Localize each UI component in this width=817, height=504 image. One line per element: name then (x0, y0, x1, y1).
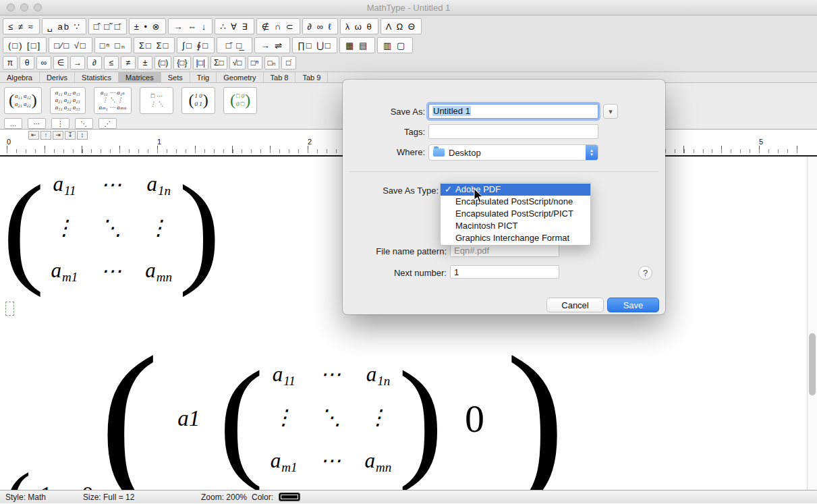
symbol-palette-button[interactable]: λ ω θ (340, 18, 378, 34)
scrollbar-thumb[interactable] (809, 333, 816, 395)
small-bar-button[interactable]: (□) (154, 56, 171, 69)
matrix-cell[interactable]: a11 (53, 172, 76, 198)
palette-tab[interactable]: Statistics (75, 72, 119, 82)
matrix-cell[interactable]: ⋮ (273, 405, 295, 432)
template-palette-button[interactable]: → ⇌ (254, 37, 290, 53)
where-popup[interactable]: Desktop ▲ ▼ (428, 144, 598, 161)
small-bar-button[interactable]: → (70, 56, 85, 69)
symbol-palette-button[interactable]: ∉ ∩ ⊂ (256, 18, 300, 34)
matrix-cell[interactable]: ⋯ (320, 362, 342, 389)
matrix-cell[interactable]: ⋯ (101, 258, 122, 285)
symbol-palette-button[interactable]: ≤ ≠ ≈ (3, 18, 40, 34)
close-button[interactable] (7, 3, 15, 11)
color-swatch[interactable] (279, 493, 300, 501)
small-bar-button[interactable]: √□ (229, 56, 246, 69)
palette-tab[interactable]: Tab 9 (295, 72, 328, 82)
menu-item[interactable]: Graphics Interchange Format (441, 232, 590, 244)
file-name-pattern-field[interactable]: Eqn#.pdf (450, 244, 559, 257)
matrix-cell[interactable]: ⋮ (148, 215, 169, 242)
template-palette-button[interactable]: □̄ □̲ (217, 37, 252, 53)
vertical-scrollbar[interactable] (807, 157, 817, 490)
matrix-cell[interactable]: ⋮ (53, 215, 75, 242)
matrix-cell[interactable]: amn (145, 258, 172, 285)
minimize-button[interactable] (20, 3, 28, 11)
matrix-cell[interactable]: ⋮ (367, 405, 389, 432)
matrix-cell[interactable]: ⋯ (320, 448, 342, 475)
partial-matrix-equation[interactable]: ( 1 0 (4, 461, 105, 490)
empty-slot[interactable] (5, 302, 14, 316)
small-bar-button[interactable]: |□| (193, 56, 208, 69)
next-number-field[interactable]: 1 (450, 265, 559, 279)
palette-tab[interactable]: Trig (190, 72, 217, 82)
template-palette-button[interactable]: □ⁿ □ₙ (94, 37, 132, 53)
status-zoom[interactable]: Zoom: 200% (201, 493, 252, 502)
menu-item[interactable]: Encapsulated PostScript/PICT (441, 208, 590, 220)
small-bar-button[interactable]: ≤ (104, 56, 119, 69)
palette-tab[interactable]: Derivs (40, 72, 75, 82)
matrix-equation-1[interactable]: ( a11 ⋯ a1n ⋮ ⋱ ⋮ am1 ⋯ amn ) (3, 166, 221, 291)
matrix-cell[interactable]: ⋱ (320, 405, 342, 432)
matrix-cell[interactable]: ⋯ (101, 172, 122, 199)
save-button[interactable]: Save (607, 298, 659, 312)
symbol-palette-button[interactable]: Λ Ω Θ (381, 18, 422, 34)
dots-template-button[interactable]: ⋰ (98, 118, 117, 129)
palette-tab[interactable]: Tab 8 (264, 72, 296, 82)
matrix-template-button[interactable]: ( □ 0 0 □ ) (223, 87, 257, 114)
small-bar-button[interactable]: □ₙ (264, 56, 279, 69)
menu-item[interactable]: Encapsulated PostScript/none (441, 196, 590, 208)
menu-item[interactable]: ✓ Adobe PDF (441, 184, 590, 196)
template-palette-button[interactable]: ▥ ▢ (377, 37, 413, 53)
a1-term[interactable]: a1 (177, 406, 200, 431)
matrix-template-button[interactable]: ( 1 0 0 1 ) (181, 87, 215, 114)
matrix-cell[interactable]: ⋱ (101, 215, 122, 242)
matrix-cell[interactable]: a1n (146, 172, 171, 198)
template-palette-button[interactable]: Σ□ Σ□ (134, 37, 175, 53)
matrix-cell[interactable]: a1n (366, 362, 391, 389)
small-bar-button[interactable]: ± (138, 56, 152, 69)
dots-template-button[interactable]: ⋯ (28, 118, 46, 129)
matrix-template-button[interactable]: a₁₁ ⋯ a₁ₙ ⋮ ⋱ ⋮ aₘ₁ ⋯ aₘₙ (94, 87, 132, 114)
dots-template-button[interactable]: ⋮ (51, 118, 69, 129)
menu-item[interactable]: Macintosh PICT (441, 220, 590, 232)
palette-tab[interactable]: Sets (161, 72, 190, 82)
symbol-palette-button[interactable]: ␣ ab ∵ (42, 18, 86, 34)
palette-tab[interactable]: Geometry (217, 72, 263, 82)
small-bar-button[interactable]: ∂ (87, 56, 102, 69)
symbol-palette-button[interactable]: ∴ ∀ ∃ (215, 18, 254, 34)
template-palette-button[interactable]: □∕□ √□ (49, 37, 92, 53)
small-bar-button[interactable]: ∞ (36, 56, 51, 69)
popup-stepper[interactable]: ▲ ▼ (586, 145, 598, 160)
matrix-template-button[interactable]: a₁₁ a₁₂ a₁₃ a₂₁ a₂₂ a₂₃ a₃₁ a₃₂ a₃₃ (50, 87, 86, 114)
small-bar-button[interactable]: □ⁿ (248, 56, 262, 69)
symbol-palette-button[interactable]: → ⇔ ↓ (168, 18, 213, 34)
small-bar-button[interactable]: ∈ (53, 56, 68, 69)
matrix-template-button[interactable]: □ ⋯ ⋮ ⋱ (140, 87, 173, 114)
symbol-palette-button[interactable]: ∂ ∞ ℓ (302, 18, 338, 34)
small-bar-button[interactable]: Σ□ (210, 56, 227, 69)
matrix-cell[interactable]: am1 (51, 258, 78, 285)
matrix-cell[interactable]: amn (365, 449, 392, 475)
palette-tab[interactable]: Matrices (119, 72, 161, 82)
template-palette-button[interactable]: ∫□ ∮□ (177, 37, 215, 53)
tags-field[interactable] (428, 124, 598, 139)
small-bar-button[interactable]: □̇ (281, 56, 296, 69)
save-as-field[interactable]: Untitled 1 (428, 104, 598, 119)
template-palette-button[interactable]: ▦ ▤ (339, 37, 375, 53)
matrix-template-button[interactable]: ( a₁₁ a₁₂ a₂₁ a₂₂ ) (4, 87, 42, 114)
zoom-button[interactable] (34, 3, 42, 11)
dots-template-button[interactable]: … (4, 118, 22, 129)
dots-template-button[interactable]: ⋱ (75, 118, 93, 129)
template-palette-button[interactable]: ∏□ ⋃□ (292, 37, 337, 53)
expand-dialog-button[interactable]: ▾ (603, 104, 618, 119)
status-size[interactable]: Size: Full = 12 (83, 493, 201, 502)
help-button[interactable]: ? (638, 266, 652, 280)
palette-tab[interactable]: Algebra (0, 72, 40, 82)
small-bar-button[interactable]: ≠ (121, 56, 136, 69)
matrix-equation-2[interactable]: ( a1 ( a11 ⋯ a1n ⋮ ⋱ ⋮ am1 ⋯ amn ) (100, 330, 565, 490)
status-style[interactable]: Style: Math (5, 493, 83, 502)
small-bar-button[interactable]: θ (20, 56, 34, 69)
small-bar-button[interactable]: π (3, 56, 18, 69)
symbol-palette-button[interactable]: ± • ⊗ (129, 18, 167, 34)
matrix-cell[interactable]: a11 (273, 362, 295, 389)
small-bar-button[interactable]: {□} (173, 56, 190, 69)
